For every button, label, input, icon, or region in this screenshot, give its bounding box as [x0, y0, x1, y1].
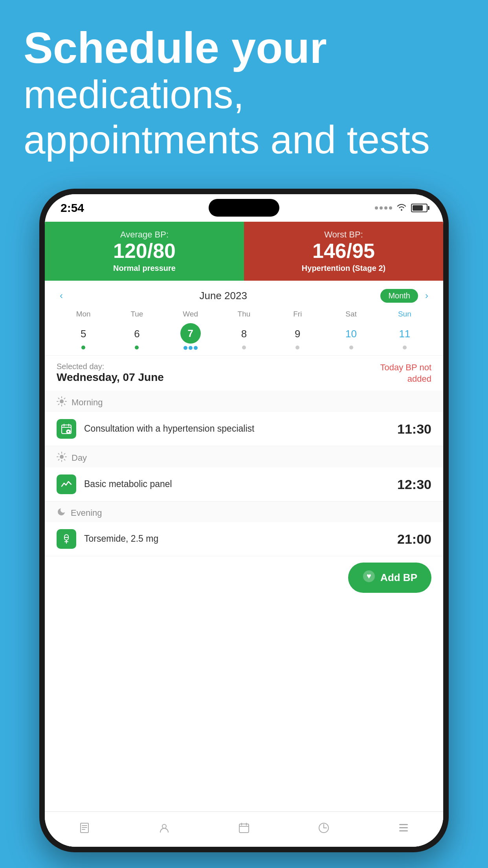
app-content: Average BP: 120/80 Normal pressure Worst… — [45, 222, 443, 847]
selected-day-info: Selected day: Wednesday, 07 June — [57, 362, 164, 384]
status-time: 2:54 — [61, 201, 84, 215]
add-bp-section: ♥ Add BP — [45, 556, 443, 601]
calendar-icon — [238, 822, 250, 837]
hero-section: Schedule your medications, appointments … — [24, 24, 464, 162]
day-wed: Wed — [164, 310, 217, 318]
consultation-text: Consultation with a hypertension special… — [84, 423, 391, 435]
calendar-next-button[interactable]: › — [422, 289, 431, 303]
nav-stats[interactable] — [284, 812, 363, 847]
morning-label: Morning — [72, 397, 103, 408]
metabolic-text: Basic metabolic panel — [84, 478, 391, 490]
nav-records[interactable] — [45, 812, 125, 847]
evening-period: Evening — [45, 502, 443, 522]
svg-text:♥: ♥ — [367, 572, 371, 580]
worst-bp-label: Worst BP: — [253, 230, 434, 240]
avg-bp-value: 120/80 — [54, 240, 235, 262]
medication-time: 21:00 — [397, 531, 431, 547]
calendar-date-5[interactable]: 5 — [57, 322, 110, 351]
selected-day-section: Selected day: Wednesday, 07 June Today B… — [45, 355, 443, 391]
bp-summary: Average BP: 120/80 Normal pressure Worst… — [45, 222, 443, 281]
svg-rect-45 — [399, 827, 408, 828]
svg-line-5 — [59, 398, 59, 399]
day-label: Day — [72, 453, 87, 463]
day-tue: Tue — [110, 310, 163, 318]
add-bp-icon: ♥ — [362, 570, 376, 586]
day-thu: Thu — [217, 310, 271, 318]
add-bp-label: Add BP — [380, 572, 417, 584]
calendar-section: ‹ June 2023 Month › Mon Tue Wed Thu Fri … — [45, 281, 443, 355]
profile-icon — [158, 822, 170, 837]
add-bp-button[interactable]: ♥ Add BP — [348, 563, 431, 593]
svg-line-25 — [59, 460, 59, 460]
metabolic-time: 12:30 — [397, 477, 431, 492]
status-icons — [375, 203, 427, 213]
appointment-icon — [57, 419, 76, 439]
svg-point-17 — [60, 455, 64, 459]
day-sun: Sun — [378, 310, 431, 318]
svg-line-7 — [64, 398, 65, 399]
calendar-date-10[interactable]: 10 — [324, 322, 378, 351]
calendar-date-6[interactable]: 6 — [110, 322, 163, 351]
hero-subtitle: medications, appointments and tests — [24, 72, 464, 162]
nav-calendar[interactable] — [204, 812, 284, 847]
calendar-header: ‹ June 2023 Month › — [57, 289, 431, 303]
worst-bp-value: 146/95 — [253, 240, 434, 262]
hero-title: Schedule your — [24, 24, 464, 72]
phone-shell: 2:54 — [39, 189, 449, 852]
calendar-dates: 5 6 7 — [57, 322, 431, 351]
svg-line-8 — [59, 404, 59, 405]
dynamic-island — [209, 199, 279, 217]
svg-point-0 — [60, 399, 64, 403]
calendar-days-header: Mon Tue Wed Thu Fri Sat Sun — [57, 310, 431, 318]
calendar-month-title: June 2023 — [199, 290, 247, 302]
day-icon — [57, 452, 67, 464]
svg-line-24 — [64, 454, 65, 454]
day-sat: Sat — [324, 310, 378, 318]
svg-rect-44 — [399, 824, 408, 825]
medication-icon — [57, 529, 76, 549]
worst-bp-status: Hypertention (Stage 2) — [253, 264, 434, 273]
wifi-icon — [396, 203, 407, 213]
schedule-item-consultation[interactable]: Consultation with a hypertension special… — [45, 412, 443, 446]
nav-profile[interactable] — [125, 812, 204, 847]
calendar-date-8[interactable]: 8 — [217, 322, 271, 351]
svg-rect-46 — [399, 830, 408, 831]
test-icon — [57, 474, 76, 494]
selected-day-value: Wednesday, 07 June — [57, 371, 164, 384]
schedule-item-medication[interactable]: Torsemide, 2.5 mg 21:00 — [45, 522, 443, 556]
phone-screen: 2:54 — [45, 194, 443, 847]
calendar-date-7-selected[interactable]: 7 — [164, 322, 217, 351]
records-icon — [79, 822, 90, 837]
stats-icon — [318, 822, 330, 837]
svg-line-22 — [59, 454, 59, 454]
average-bp-card: Average BP: 120/80 Normal pressure — [45, 222, 244, 281]
medication-text: Torsemide, 2.5 mg — [84, 533, 391, 545]
morning-period: Morning — [45, 391, 443, 412]
schedule-item-metabolic[interactable]: Basic metabolic panel 12:30 — [45, 467, 443, 502]
day-fri: Fri — [271, 310, 324, 318]
svg-rect-37 — [239, 824, 249, 833]
svg-point-36 — [162, 824, 166, 828]
nav-more[interactable] — [363, 812, 443, 847]
svg-line-23 — [64, 460, 65, 460]
today-bp-alert: Today BP notadded — [380, 362, 431, 384]
selected-day-label: Selected day: — [57, 362, 164, 371]
schedule-section: Morning — [45, 391, 443, 811]
consultation-time: 11:30 — [397, 421, 431, 437]
bottom-nav — [45, 811, 443, 847]
worst-bp-card: Worst BP: 146/95 Hypertention (Stage 2) — [244, 222, 443, 281]
calendar-date-9[interactable]: 9 — [271, 322, 324, 351]
calendar-prev-button[interactable]: ‹ — [57, 289, 66, 303]
svg-line-6 — [64, 404, 65, 405]
more-icon — [398, 822, 409, 837]
day-mon: Mon — [57, 310, 110, 318]
evening-label: Evening — [71, 508, 102, 518]
avg-bp-status: Normal pressure — [54, 264, 235, 273]
day-period: Day — [45, 446, 443, 467]
battery-icon — [411, 204, 427, 212]
status-bar: 2:54 — [45, 194, 443, 222]
calendar-view-toggle[interactable]: Month — [380, 289, 418, 303]
evening-icon — [57, 507, 66, 519]
selected-day-row: Selected day: Wednesday, 07 June Today B… — [57, 362, 431, 384]
calendar-date-11[interactable]: 11 — [378, 322, 431, 351]
